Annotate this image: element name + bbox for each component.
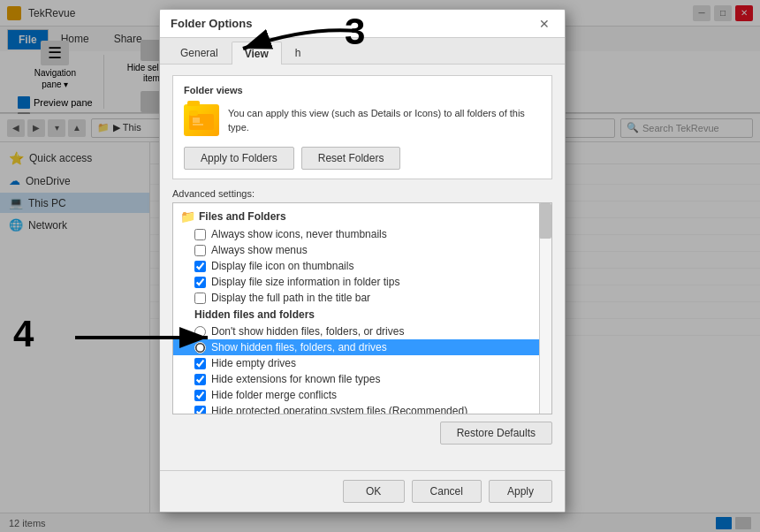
folder-views-section: Folder views You can apply this view (su… (172, 75, 552, 179)
adv-item-hide-extensions[interactable]: Hide extensions for known file types (173, 371, 551, 387)
dialog-body: Folder views You can apply this view (su… (160, 65, 565, 470)
adv-item-always-show-menus[interactable]: Always show menus (173, 242, 551, 258)
reset-folders-button[interactable]: Reset Folders (301, 147, 401, 170)
dialog-footer: OK Cancel Apply (160, 470, 565, 512)
adv-item-hide-empty-drives[interactable]: Hide empty drives (173, 355, 551, 371)
adv-item-hide-merge[interactable]: Hide folder merge conflicts (173, 387, 551, 403)
adv-item-always-show-icons[interactable]: Always show icons, never thumbnails (173, 226, 551, 242)
adv-item-label: Hide folder merge conflicts (211, 389, 337, 401)
advanced-settings-title: Advanced settings: (172, 188, 552, 199)
always-show-menus-checkbox[interactable] (194, 245, 206, 256)
folder-views-buttons: Apply to Folders Reset Folders (184, 147, 541, 170)
dialog-close-button[interactable]: ✕ (535, 14, 554, 34)
group-label: Files and Folders (199, 210, 286, 223)
ok-button[interactable]: OK (343, 480, 405, 503)
adv-item-label: Always show menus (211, 244, 308, 256)
annotation-4: 4 (13, 313, 34, 355)
hide-empty-drives-checkbox[interactable] (194, 358, 206, 369)
adv-item-display-file-icon[interactable]: Display file icon on thumbnails (173, 258, 551, 274)
folder-group-icon: 📁 (180, 209, 195, 224)
folder-views-content: You can apply this view (such as Details… (184, 104, 541, 136)
adv-item-label: Display file size information in folder … (211, 276, 399, 288)
hide-merge-checkbox[interactable] (194, 390, 206, 401)
adv-item-label: Hide protected operating system files (R… (211, 405, 467, 414)
adv-item-label: Display file icon on thumbnails (211, 260, 353, 272)
scrollbar[interactable] (539, 203, 551, 414)
folder-preview-icon (184, 104, 219, 136)
adv-item-label: Always show icons, never thumbnails (211, 228, 387, 240)
adv-item-label: Hide extensions for known file types (211, 373, 380, 385)
cancel-button[interactable]: Cancel (412, 480, 482, 503)
display-file-icon-checkbox[interactable] (194, 261, 206, 272)
group-header-files-folders: 📁 Files and Folders (173, 207, 551, 226)
svg-rect-3 (193, 124, 203, 125)
adv-item-label: Hide empty drives (211, 357, 296, 369)
adv-item-label: Display the full path in the title bar (211, 292, 370, 304)
svg-rect-1 (189, 110, 198, 116)
display-full-path-checkbox[interactable] (194, 293, 206, 304)
adv-item-hide-protected[interactable]: Hide protected operating system files (R… (173, 403, 551, 414)
subgroup-label: Hidden files and folders (194, 308, 315, 321)
arrow-3 (199, 18, 376, 62)
folder-views-title: Folder views (184, 85, 541, 95)
adv-item-display-full-path[interactable]: Display the full path in the title bar (173, 290, 551, 306)
adv-item-display-file-size[interactable]: Display file size information in folder … (173, 274, 551, 290)
folder-options-dialog: Folder Options ✕ General View h Folder v… (159, 9, 566, 513)
apply-button[interactable]: Apply (489, 480, 552, 503)
hide-protected-checkbox[interactable] (194, 406, 206, 415)
arrow-4 (66, 320, 243, 355)
display-file-size-checkbox[interactable] (194, 277, 206, 288)
apply-to-folders-button[interactable]: Apply to Folders (184, 147, 294, 170)
folder-views-description: You can apply this view (such as Details… (228, 106, 541, 135)
dialog-overlay: Folder Options ✕ General View h Folder v… (0, 0, 760, 532)
scroll-thumb[interactable] (539, 203, 551, 239)
svg-rect-2 (193, 118, 200, 123)
restore-defaults-row: Restore Defaults (172, 422, 552, 445)
hide-extensions-checkbox[interactable] (194, 374, 206, 385)
advanced-settings-list[interactable]: 📁 Files and Folders Always show icons, n… (172, 202, 552, 414)
always-show-icons-checkbox[interactable] (194, 229, 206, 240)
restore-defaults-button[interactable]: Restore Defaults (440, 422, 552, 445)
